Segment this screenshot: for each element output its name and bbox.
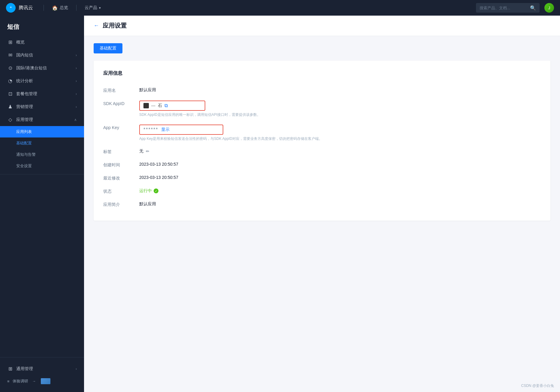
app-info-card: 应用信息 应用名 默认应用 SDK AppID: [94, 61, 550, 221]
field-value-created: 2023-03-13 20:50:57: [139, 162, 541, 167]
sidebar-item-intl[interactable]: ⊙ 国际/港澳台短信 ›: [0, 62, 84, 74]
sidebar-experience[interactable]: ≡ 体验调研 →: [0, 375, 84, 387]
field-label-modified: 最近修改: [103, 175, 139, 181]
field-label-created: 创建时间: [103, 162, 139, 168]
status-dot-icon: [154, 188, 158, 193]
app-key-desc: App Key是用来校验短信发送合法性的密码，与SDK AppID对应，需要业务…: [139, 136, 541, 141]
sidebar-title: 短信: [0, 16, 84, 36]
footer-credit: CSDN @姜香小白兔: [521, 383, 554, 388]
nav-products[interactable]: 云产品 ▾: [81, 0, 104, 16]
main-layout: 短信 ⊞ 概览 ✉ 国内短信 › ⊙ 国际/港澳台短信 › ◔ 统计分析 › ⊡…: [0, 0, 560, 392]
nav-divider: [44, 5, 44, 11]
arrow-right-icon: →: [32, 379, 36, 383]
sidebar-item-notifications[interactable]: 通知与告警: [0, 149, 84, 160]
copy-icon[interactable]: ⧉: [164, 103, 168, 108]
table-row-sdk-appid: SDK AppID ▪▪▪ 石 ⧉ SDK AppID是短信应用的唯一标识，调用…: [103, 97, 541, 121]
logo-text: 腾讯云: [19, 5, 33, 11]
table-row-created: 创建时间 2023-03-13 20:50:57: [103, 158, 541, 171]
main-content: ← 应用设置 基础配置 应用信息 应用名 默认应用: [84, 16, 560, 392]
tab-basic-config[interactable]: 基础配置: [94, 43, 122, 53]
grid-icon: ⊞: [7, 39, 13, 45]
table-row-app-key: App Key ****** 显示 App Key是用来校验短信发送合法性的密码…: [103, 121, 541, 145]
globe-icon: ⊙: [7, 65, 13, 71]
field-value-desc: 默认应用: [139, 201, 541, 207]
logo-icon: [6, 3, 16, 13]
appid-dots: ▪▪▪: [151, 104, 155, 108]
tag-area: 无 ✏: [139, 149, 541, 154]
svg-point-0: [10, 7, 12, 8]
field-value-sdk-appid: ▪▪▪ 石 ⧉ SDK AppID是短信应用的唯一标识，调用短信API接口时，需…: [139, 101, 541, 117]
sidebar-item-general-mgmt[interactable]: ⊞ 通用管理 ›: [0, 362, 84, 375]
status-badge: 运行中: [139, 188, 541, 194]
top-navigation: 腾讯云 🏠 总览 云产品 ▾ 🔍 J: [0, 0, 560, 16]
sidebar-bottom: ⊞ 通用管理 › ≡ 体验调研 →: [0, 357, 84, 392]
field-value-app-key: ****** 显示 App Key是用来校验短信发送合法性的密码，与SDK Ap…: [139, 125, 541, 141]
logo-area: 腾讯云: [6, 3, 33, 13]
sidebar-item-basic-config[interactable]: 基础配置: [0, 137, 84, 149]
search-bar: 🔍: [476, 3, 540, 13]
chevron-right-icon-6: ›: [76, 367, 77, 371]
page-title: 应用设置: [103, 22, 127, 30]
tag-edit-icon[interactable]: ✏: [146, 149, 149, 154]
table-row: 应用名 默认应用: [103, 84, 541, 97]
chevron-right-icon-4: ›: [76, 92, 77, 96]
table-row-desc: 应用简介 默认应用: [103, 198, 541, 211]
sidebar-divider: [0, 174, 84, 174]
show-app-key-button[interactable]: 显示: [161, 127, 170, 132]
home-icon: 🏠: [52, 5, 58, 11]
field-value-status: 运行中: [139, 188, 541, 194]
settings-icon: ⊞: [7, 366, 13, 372]
avatar[interactable]: J: [544, 3, 554, 13]
sdk-appid-box: ▪▪▪ 石 ⧉: [139, 101, 205, 111]
field-value-modified: 2023-03-13 20:50:57: [139, 175, 541, 180]
appid-partial: 石: [158, 103, 162, 108]
package-icon: ⊡: [7, 91, 13, 97]
back-button[interactable]: ←: [94, 23, 99, 29]
chart-icon: ◔: [7, 78, 13, 84]
chevron-right-icon-5: ›: [76, 105, 77, 109]
info-table: 应用名 默认应用 SDK AppID ▪▪▪ 石: [103, 84, 541, 211]
tab-bar: 基础配置: [94, 43, 550, 53]
chevron-down-icon: ▾: [99, 6, 101, 10]
marketing-icon: ♟: [7, 104, 13, 110]
mail-icon: ✉: [7, 52, 13, 58]
field-label-sdk-appid: SDK AppID: [103, 101, 139, 106]
page-header: ← 应用设置: [84, 16, 560, 36]
sidebar-item-packages[interactable]: ⊡ 套餐包管理 ›: [0, 87, 84, 100]
sidebar-item-domestic[interactable]: ✉ 国内短信 ›: [0, 49, 84, 62]
field-label-desc: 应用简介: [103, 201, 139, 207]
sidebar-item-marketing[interactable]: ♟ 营销管理 ›: [0, 100, 84, 113]
search-icon: 🔍: [530, 5, 536, 11]
field-label-app-key: App Key: [103, 125, 139, 130]
app-icon: ◇: [7, 117, 13, 122]
chevron-right-icon-2: ›: [76, 66, 77, 70]
field-label-status: 状态: [103, 188, 139, 194]
field-value-tag: 无 ✏: [139, 149, 541, 154]
field-label-appname: 应用名: [103, 87, 139, 93]
table-row-status: 状态 运行中: [103, 185, 541, 198]
nav-divider-2: [76, 5, 77, 11]
nav-home[interactable]: 🏠 总览: [48, 0, 72, 16]
sidebar-item-stats[interactable]: ◔ 统计分析 ›: [0, 74, 84, 87]
app-key-masked: ******: [143, 127, 158, 132]
chevron-right-icon-3: ›: [76, 79, 77, 83]
appid-block-1: [143, 103, 149, 108]
chevron-right-icon: ›: [76, 53, 77, 57]
field-label-tag: 标签: [103, 149, 139, 155]
table-row-tag: 标签 无 ✏: [103, 145, 541, 158]
app-key-box: ****** 显示: [139, 125, 223, 135]
sdk-appid-desc: SDK AppID是短信应用的唯一标识，调用短信API接口时，需要提供该参数。: [139, 112, 541, 117]
search-input[interactable]: [480, 6, 528, 10]
experience-icon: ≡: [7, 379, 10, 384]
table-row-modified: 最近修改 2023-03-13 20:50:57: [103, 171, 541, 185]
sidebar: 短信 ⊞ 概览 ✉ 国内短信 › ⊙ 国际/港澳台短信 › ◔ 统计分析 › ⊡…: [0, 16, 84, 392]
section-title: 应用信息: [103, 70, 541, 77]
sidebar-item-app-mgmt[interactable]: ◇ 应用管理 ∧: [0, 113, 84, 126]
chevron-down-icon-2: ∧: [74, 118, 77, 122]
sidebar-item-security[interactable]: 安全设置: [0, 160, 84, 172]
sidebar-item-app-list[interactable]: 应用列表: [0, 126, 84, 137]
sidebar-item-overview[interactable]: ⊞ 概览: [0, 36, 84, 49]
field-value-appname: 默认应用: [139, 87, 541, 93]
content-area: 基础配置 应用信息 应用名 默认应用 SDK AppID: [84, 36, 560, 228]
